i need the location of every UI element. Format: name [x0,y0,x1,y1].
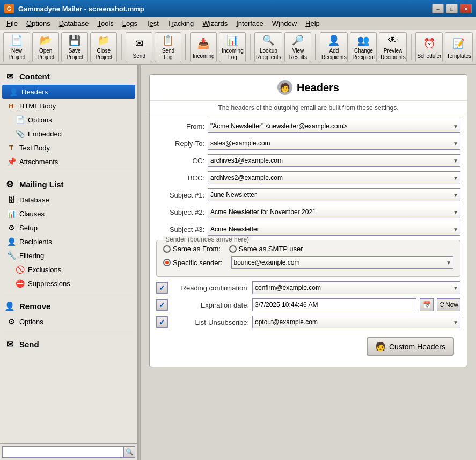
mailing-section-icon: ⚙ [3,178,16,191]
maximize-button[interactable]: □ [446,4,458,13]
menu-window[interactable]: Window [268,18,301,28]
add-recipients-button[interactable]: 👤 AddRecipients [320,32,348,62]
save-project-button[interactable]: 💾 SaveProject [61,32,88,62]
same-as-from-option[interactable]: Same as From: [163,245,221,253]
sidebar-item-suppressions[interactable]: ⛔ Suppressions [0,276,137,290]
listunsubscribe-select[interactable]: optout@example.com [252,316,460,328]
sidebar-item-headers[interactable]: 👤 Headers [2,85,135,99]
filtering-label: Filtering [19,252,44,260]
sidebar-item-embedded[interactable]: 📎 Embedded [0,127,137,141]
new-project-button[interactable]: 📄 NewProject [3,32,30,62]
sidebar-item-clauses[interactable]: 📊 Clauses [0,207,137,221]
attachments-label: Attachments [19,158,58,166]
expiry-calendar-button[interactable]: 📅 [420,298,434,311]
send-log-button[interactable]: 📋 SendLog [155,32,181,62]
setup-label: Setup [19,224,38,232]
options-label: Options [28,116,52,124]
new-project-label: NewProject [8,48,25,61]
minimize-button[interactable]: – [432,4,444,13]
save-project-label: SaveProject [67,48,83,61]
sidebar-item-filtering[interactable]: 🔧 Filtering [0,249,137,262]
listunsubscribe-checkbox[interactable] [156,316,168,328]
expiry-row: Expiration date: 📅 ⏱ Now [156,298,460,311]
menu-interface[interactable]: Interface [232,18,268,28]
same-as-from-radio[interactable] [163,245,171,253]
menu-help[interactable]: Help [301,18,324,28]
expiry-now-button[interactable]: ⏱ Now [437,298,460,311]
sidebar-item-html-body[interactable]: H HTML Body [0,99,137,113]
open-project-button[interactable]: 📂 OpenProject [32,32,59,62]
panel-description: The headers of the outgoing email are bu… [150,101,467,115]
menu-logs[interactable]: Logs [118,18,142,28]
open-project-label: OpenProject [38,48,54,61]
view-results-icon: 🔎 [289,34,306,47]
sidebar-item-recipients[interactable]: 👤 Recipients [0,235,137,249]
sidebar-item-exclusions[interactable]: 🚫 Exclusions [0,262,137,276]
close-project-icon: 📁 [95,34,112,47]
close-button[interactable]: ✕ [460,4,472,13]
menu-options[interactable]: Options [22,18,55,28]
cc-select[interactable]: archives1@example.com [208,154,460,167]
menu-test[interactable]: Test [142,18,163,28]
options-icon: 📄 [15,115,25,125]
subject3-row: Subject #3: Acme Newsletter ▼ [156,223,460,236]
menu-tools[interactable]: Tools [93,18,118,28]
lookup-recipients-button[interactable]: 🔍 LookupRecipients [254,32,282,62]
close-project-label: CloseProject [96,48,112,61]
replyto-select[interactable]: sales@example.com [208,137,460,150]
subject1-label: Subject #1: [156,191,204,199]
form-area: From: "Acme Newsletter" <newsletter@exam… [150,115,467,367]
sidebar-item-setup[interactable]: ⚙ Setup [0,221,137,235]
menu-file[interactable]: File [2,18,22,28]
reading-confirm-select[interactable]: confirm@example.com [252,281,460,294]
sender-group-legend: Sender (bounces arrive here) [163,236,251,243]
panel-title-text: Headers [297,82,339,94]
menu-tracking[interactable]: Tracking [163,18,198,28]
menu-database[interactable]: Database [55,18,93,28]
same-as-from-label: Same as From: [173,245,221,253]
preview-recipients-button[interactable]: 👁 PreviewRecipients [379,32,407,62]
reading-confirm-checkbox[interactable] [156,282,168,294]
sidebar-item-remove-options[interactable]: ⚙ Options [0,315,137,328]
remove-options-label: Options [19,318,43,326]
change-recipient-button[interactable]: 👥 ChangeRecipient [350,32,377,62]
sidebar-item-database[interactable]: 🗄 Database [0,193,137,207]
sidebar-item-attachments[interactable]: 📌 Attachments [0,155,137,169]
content-section-header: ✉ Content [0,65,137,85]
expiry-input[interactable] [252,298,416,311]
bcc-select[interactable]: archives2@example.com [208,171,460,184]
specific-sender-select[interactable]: bounce@example.com [231,256,454,269]
sidebar-item-text-body[interactable]: T Text Body [0,141,137,155]
templates-button[interactable]: 📝 Templates [445,32,473,62]
text-body-icon: T [6,143,16,152]
scheduler-button[interactable]: ⏰ Scheduler [415,32,443,62]
search-button[interactable]: 🔍 [123,446,135,458]
subject2-select-wrapper: Acme Newsletter for November 2021 ▼ [208,206,460,218]
search-input[interactable] [2,446,123,458]
incoming-icon: 📥 [195,35,212,52]
preview-recipients-label: PreviewRecipients [380,48,406,61]
from-label: From: [156,122,204,130]
subject1-select[interactable]: June Newsletter [208,188,460,201]
view-results-button[interactable]: 🔎 ViewResults [284,32,311,62]
from-select[interactable]: "Acme Newsletter" <newsletter@example.co… [208,120,460,133]
menu-wizards[interactable]: Wizards [198,18,232,28]
separator-3 [250,34,251,60]
same-as-smtp-radio[interactable] [229,245,237,253]
custom-headers-button[interactable]: 🧑 Custom Headers [367,337,454,356]
expiry-checkbox[interactable] [156,299,168,311]
subject3-select[interactable]: Acme Newsletter [208,223,460,236]
sidebar-item-options[interactable]: 📄 Options [0,113,137,127]
sidebar-search: 🔍 [0,443,137,460]
specific-sender-option[interactable]: Specific sender: [163,259,223,267]
same-as-smtp-option[interactable]: Same as SMTP user [229,245,303,253]
incoming-button[interactable]: 📥 Incoming [190,32,217,62]
subject2-select[interactable]: Acme Newsletter for November 2021 [208,206,460,218]
bottom-bar: 🧑 Custom Headers [156,333,460,362]
mailing-section-header: ⚙ Mailing List [0,173,137,193]
expiry-label: Expiration date: [171,301,249,309]
specific-sender-radio[interactable] [163,259,171,266]
incoming-log-button[interactable]: 📊 IncomingLog [219,32,246,62]
close-project-button[interactable]: 📁 CloseProject [90,32,117,62]
send-button[interactable]: ✉ Send [126,32,152,62]
